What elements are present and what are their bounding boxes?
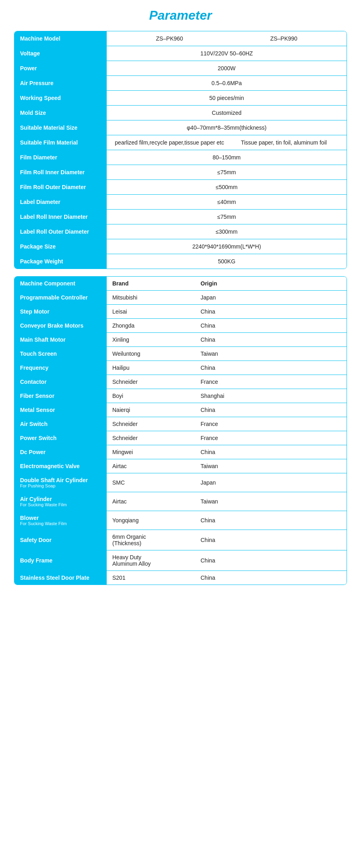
param-label: Film Roll Inner Diameter bbox=[14, 165, 107, 180]
param-row: Label Diameter≤40mm bbox=[14, 195, 347, 210]
component-brand: Airtac bbox=[107, 459, 195, 473]
param-value: φ40–70mm*8–35mm(thickness) bbox=[107, 120, 347, 135]
param-label: Suitable Material Size bbox=[14, 120, 107, 135]
component-origin: France bbox=[195, 375, 347, 389]
component-row: Air CylinderFor Sucking Waste FilmAirtac… bbox=[14, 492, 347, 511]
component-origin: China bbox=[195, 305, 347, 319]
component-label: Conveyor Brake Motors bbox=[14, 319, 107, 333]
component-row: ContactorSchneiderFrance bbox=[14, 375, 347, 389]
param-row: Film Roll Outer Diameter≤500mm bbox=[14, 180, 347, 195]
component-origin: Shanghai bbox=[195, 389, 347, 403]
component-origin: China bbox=[195, 403, 347, 417]
component-row: Metal SensorNaierqiChina bbox=[14, 403, 347, 417]
component-brand: Schneider bbox=[107, 375, 195, 389]
component-row: Stainless Steel Door PlateS201China bbox=[14, 571, 347, 585]
component-row: Electromagnetic ValveAirtacTaiwan bbox=[14, 459, 347, 473]
component-header-row: Machine ComponentBrandOrigin bbox=[14, 277, 347, 291]
component-row: Power SwitchSchneiderFrance bbox=[14, 431, 347, 445]
component-label: Step Motor bbox=[14, 305, 107, 319]
param-label: Suitable Film Material bbox=[14, 135, 107, 150]
component-row: Dc PowerMingweiChina bbox=[14, 445, 347, 459]
component-brand: Schneider bbox=[107, 431, 195, 445]
component-origin: China bbox=[195, 571, 347, 585]
component-origin: Taiwan bbox=[195, 492, 347, 511]
component-brand: Heavy Duty Aluminum Alloy bbox=[107, 550, 195, 571]
component-label: Fiber Sensor bbox=[14, 389, 107, 403]
param-row: Package Size2240*940*1690mm(L*W*H) bbox=[14, 239, 347, 254]
component-origin: Japan bbox=[195, 473, 347, 492]
param-value: 110V/220V 50–60HZ bbox=[107, 46, 347, 61]
param-value: ≤75mm bbox=[107, 210, 347, 224]
param-label: Film Roll Outer Diameter bbox=[14, 180, 107, 195]
component-row: Safety Door6mm Organic (Thickness)China bbox=[14, 530, 347, 550]
component-origin: France bbox=[195, 417, 347, 431]
param-label: Label Diameter bbox=[14, 195, 107, 210]
component-origin: Taiwan bbox=[195, 347, 347, 361]
param-value: ≤40mm bbox=[107, 195, 347, 210]
param-row: Voltage110V/220V 50–60HZ bbox=[14, 46, 347, 61]
component-label: Dc Power bbox=[14, 445, 107, 459]
param-label: Label Roll Outer Diameter bbox=[14, 224, 107, 239]
component-row: Body FrameHeavy Duty Aluminum AlloyChina bbox=[14, 550, 347, 571]
component-label: Programmable Controller bbox=[14, 291, 107, 305]
component-brand: Naierqi bbox=[107, 403, 195, 417]
component-label: Power Switch bbox=[14, 431, 107, 445]
component-origin: China bbox=[195, 445, 347, 459]
component-label: Safety Door bbox=[14, 530, 107, 550]
component-brand: Hailipu bbox=[107, 361, 195, 375]
component-origin: China bbox=[195, 319, 347, 333]
component-label: BlowerFor Sucking Waste Film bbox=[14, 511, 107, 530]
param-value: 500KG bbox=[107, 254, 347, 269]
component-label: Electromagnetic Valve bbox=[14, 459, 107, 473]
component-brand: Boyi bbox=[107, 389, 195, 403]
component-brand: Zhongda bbox=[107, 319, 195, 333]
param-value: ≤75mm bbox=[107, 165, 347, 180]
param-value: 0.5–0.6MPa bbox=[107, 76, 347, 91]
component-origin: Japan bbox=[195, 291, 347, 305]
param-row: Package Weight500KG bbox=[14, 254, 347, 269]
param-value: 80–150mm bbox=[107, 150, 347, 165]
param-value: pearlized film,recycle paper,tissue pape… bbox=[107, 135, 347, 150]
param-label: Mold Size bbox=[14, 106, 107, 120]
param-value: 50 pieces/min bbox=[107, 91, 347, 106]
component-row: Conveyor Brake MotorsZhongdaChina bbox=[14, 319, 347, 333]
param-label: Working Speed bbox=[14, 91, 107, 106]
component-row: Fiber SensorBoyiShanghai bbox=[14, 389, 347, 403]
component-table-wrapper: Machine ComponentBrandOriginProgrammable… bbox=[14, 276, 347, 585]
component-label: Contactor bbox=[14, 375, 107, 389]
param-value: 2000W bbox=[107, 61, 347, 76]
page-title: Parameter bbox=[14, 8, 347, 23]
param-value: ≤500mm bbox=[107, 180, 347, 195]
component-origin: Taiwan bbox=[195, 459, 347, 473]
component-table: Machine ComponentBrandOriginProgrammable… bbox=[14, 277, 347, 585]
component-row: Main Shaft MotorXinlingChina bbox=[14, 333, 347, 347]
component-origin: China bbox=[195, 550, 347, 571]
component-label: Frequency bbox=[14, 361, 107, 375]
param-value: ≤300mm bbox=[107, 224, 347, 239]
component-brand: S201 bbox=[107, 571, 195, 585]
param-row: Film Diameter80–150mm bbox=[14, 150, 347, 165]
param-value: 2240*940*1690mm(L*W*H) bbox=[107, 239, 347, 254]
param-label: Package Size bbox=[14, 239, 107, 254]
component-brand: Yongqiang bbox=[107, 511, 195, 530]
component-row: Touch ScreenWeiluntongTaiwan bbox=[14, 347, 347, 361]
param-row: Label Roll Inner Diameter≤75mm bbox=[14, 210, 347, 224]
component-row: Step MotorLeisaiChina bbox=[14, 305, 347, 319]
param-label: Machine Model bbox=[14, 31, 107, 46]
component-origin: China bbox=[195, 361, 347, 375]
component-label: Double Shaft Air CylinderFor Pushing Soa… bbox=[14, 473, 107, 492]
component-header-origin: Origin bbox=[195, 277, 347, 291]
component-label: Stainless Steel Door Plate bbox=[14, 571, 107, 585]
param-row: Label Roll Outer Diameter≤300mm bbox=[14, 224, 347, 239]
parameter-table-wrapper: Machine ModelZS–PK960ZS–PK990Voltage110V… bbox=[14, 31, 347, 269]
component-origin: China bbox=[195, 333, 347, 347]
param-row: Power2000W bbox=[14, 61, 347, 76]
component-origin: China bbox=[195, 511, 347, 530]
param-row: Working Speed50 pieces/min bbox=[14, 91, 347, 106]
param-row: Suitable Film Materialpearlized film,rec… bbox=[14, 135, 347, 150]
component-row: Programmable ControllerMitsubishiJapan bbox=[14, 291, 347, 305]
component-brand: Xinling bbox=[107, 333, 195, 347]
component-label: Main Shaft Motor bbox=[14, 333, 107, 347]
param-label: Power bbox=[14, 61, 107, 76]
component-label: Touch Screen bbox=[14, 347, 107, 361]
